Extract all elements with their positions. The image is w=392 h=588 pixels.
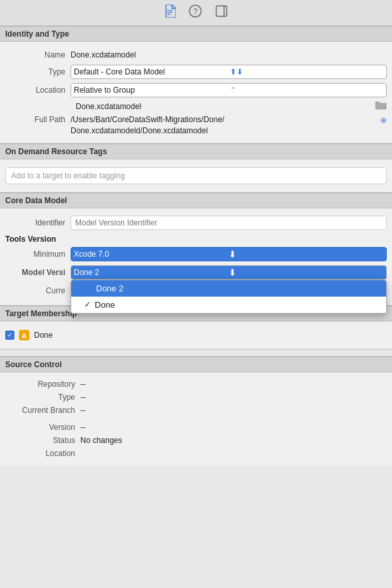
svg-text:A: A [22, 332, 27, 340]
minimum-label: Minimum [5, 250, 71, 259]
current-partial-label: Curre [5, 286, 71, 295]
file-icon[interactable] [164, 5, 176, 21]
membership-row: ✓ A Done [0, 327, 392, 344]
type-row: Type Default - Core Data Model ⬆⬇ [0, 63, 392, 81]
sc-repository-label: Repository [5, 380, 80, 389]
folder-icon [375, 101, 387, 112]
sc-location-label: Location [5, 449, 80, 458]
core-data-section-body: Identifier Tools Version Minimum Xcode 7… [0, 208, 392, 305]
model-version-row: Model Versi Done 2 ⬇ Done 2 ✓ Done [0, 263, 392, 282]
dropdown-item-done[interactable]: ✓ Done [71, 297, 386, 313]
type-dropdown[interactable]: Default - Core Data Model ⬆⬇ [71, 65, 387, 79]
tags-input[interactable]: Add to a target to enable tagging [5, 167, 387, 184]
help-icon[interactable]: ? [189, 5, 202, 21]
minimum-dropdown-arrow: ⬇ [229, 249, 384, 259]
app-icon: A [18, 329, 30, 341]
tools-version-label: Tools Version [0, 232, 392, 245]
sc-version-row: Version -- [0, 421, 392, 434]
target-section-body: ✓ A Done [0, 321, 392, 349]
dropdown-item-done2-label: Done 2 [96, 284, 123, 293]
on-demand-section-body: Add to a target to enable tagging [0, 159, 392, 192]
location-dropdown-arrow: ⌃ [230, 86, 384, 95]
name-value: Done.xcdatamodel [71, 50, 387, 59]
sc-repository-value: -- [80, 380, 86, 389]
sc-status-row: Status No changes [0, 434, 392, 447]
sc-location-row: Location [0, 447, 392, 460]
dropdown-item-done-label: Done [95, 300, 115, 310]
toolbar: ? [0, 0, 392, 26]
path-link-icon[interactable]: ⊕ [380, 116, 387, 125]
sc-status-value: No changes [80, 436, 122, 445]
sc-type-value: -- [80, 393, 86, 402]
model-version-dropdown-container: Done 2 ⬇ Done 2 ✓ Done [71, 265, 387, 280]
sc-branch-value: -- [80, 406, 86, 415]
minimum-dropdown-container: Xcode 7.0 ⬇ [71, 247, 387, 261]
target-name: Done [34, 331, 53, 340]
identifier-row: Identifier [0, 214, 392, 232]
source-control-section-header: Source Control [0, 357, 392, 372]
identity-section-body: Name Done.xcdatamodel Type Default - Cor… [0, 42, 392, 143]
path-text: /Users/Bart/CoreDataSwift-Migrations/Don… [71, 114, 378, 137]
filename-text: Done.xcdatamodel [76, 102, 375, 111]
sc-type-label: Type [5, 393, 80, 402]
sc-type-row: Type -- [0, 391, 392, 404]
source-control-section-body: Repository -- Type -- Current Branch -- … [0, 372, 392, 465]
sc-version-value: -- [80, 423, 86, 432]
filename-box: Done.xcdatamodel [76, 101, 387, 112]
name-row: Name Done.xcdatamodel [0, 47, 392, 63]
tags-placeholder: Add to a target to enable tagging [11, 171, 125, 180]
model-version-dropdown-open: Done 2 ✓ Done [71, 280, 387, 314]
model-version-partial-label: Model Versi [5, 268, 71, 277]
core-data-section-header: Core Data Model [0, 193, 392, 208]
location-dropdown-value: Relative to Group [74, 86, 227, 95]
svg-rect-5 [216, 6, 227, 16]
name-label: Name [5, 50, 71, 59]
sc-repository-row: Repository -- [0, 378, 392, 391]
sc-branch-label: Current Branch [5, 406, 80, 415]
type-label: Type [5, 67, 71, 76]
spacer [0, 350, 392, 356]
type-dropdown-arrow: ⬆⬇ [230, 67, 384, 76]
type-dropdown-value: Default - Core Data Model [74, 67, 227, 76]
checkmark-icon: ✓ [84, 300, 91, 309]
full-path-label: Full Path [5, 114, 71, 124]
sc-status-label: Status [5, 436, 80, 445]
full-path-content: /Users/Bart/CoreDataSwift-Migrations/Don… [71, 114, 387, 137]
model-version-selected: Done 2 [74, 268, 229, 277]
identifier-label: Identifier [5, 218, 71, 227]
filename-row: Done.xcdatamodel [0, 99, 392, 113]
inspector-icon[interactable] [215, 5, 228, 21]
minimum-value: Xcode 7.0 [74, 250, 229, 259]
on-demand-section-header: On Demand Resource Tags [0, 144, 392, 159]
svg-text:?: ? [193, 7, 197, 16]
location-dropdown[interactable]: Relative to Group ⌃ [71, 83, 387, 97]
identifier-input[interactable] [71, 216, 387, 230]
model-version-dropdown[interactable]: Done 2 ⬇ [71, 265, 387, 280]
sc-branch-row: Current Branch -- [0, 404, 392, 417]
minimum-dropdown[interactable]: Xcode 7.0 ⬇ [71, 247, 387, 261]
location-row: Location Relative to Group ⌃ [0, 81, 392, 99]
dropdown-item-done2[interactable]: Done 2 [71, 280, 386, 297]
minimum-row: Minimum Xcode 7.0 ⬇ [0, 245, 392, 263]
location-label: Location [5, 86, 71, 95]
model-version-arrow: ⬇ [229, 267, 384, 278]
sc-version-label: Version [5, 423, 80, 432]
full-path-row: Full Path /Users/Bart/CoreDataSwift-Migr… [0, 113, 392, 138]
identity-section-header: Identity and Type [0, 26, 392, 42]
target-checkbox[interactable]: ✓ [5, 331, 14, 340]
